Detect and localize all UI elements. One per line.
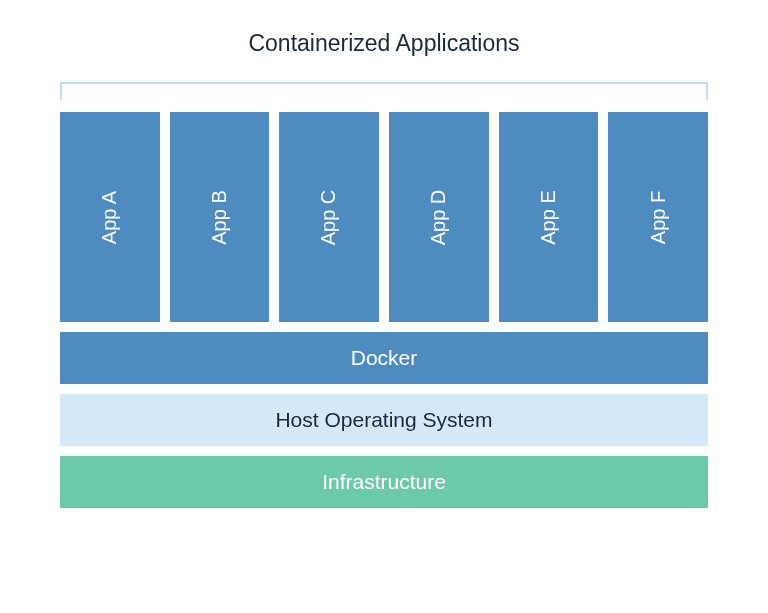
- docker-layer: Docker: [60, 332, 708, 384]
- host-os-layer: Host Operating System: [60, 394, 708, 446]
- app-label: App C: [318, 189, 341, 245]
- diagram-title: Containerized Applications: [60, 30, 708, 57]
- apps-bracket: [60, 82, 708, 100]
- app-box-c: App C: [279, 112, 379, 322]
- app-box-f: App F: [608, 112, 708, 322]
- app-box-e: App E: [499, 112, 599, 322]
- app-box-b: App B: [170, 112, 270, 322]
- app-label: App D: [427, 189, 450, 245]
- app-label: App F: [647, 190, 670, 243]
- apps-row: App A App B App C App D App E App F: [60, 112, 708, 322]
- infrastructure-layer: Infrastructure: [60, 456, 708, 508]
- app-box-a: App A: [60, 112, 160, 322]
- app-label: App A: [98, 190, 121, 243]
- app-label: App E: [537, 190, 560, 244]
- app-box-d: App D: [389, 112, 489, 322]
- app-label: App B: [208, 190, 231, 244]
